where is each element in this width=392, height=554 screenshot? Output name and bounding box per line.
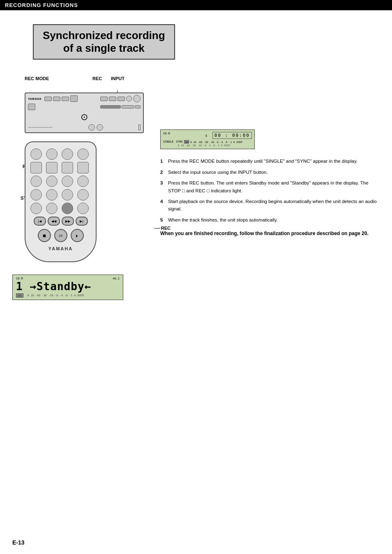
remote-btn-r1c3 <box>62 148 73 160</box>
lcd-bot-right: 44.1 <box>113 277 120 280</box>
panel-btn-3 <box>62 97 69 101</box>
remote-btn-r2c3 <box>62 162 73 173</box>
remote-btn-r2c2 <box>46 162 58 173</box>
remote-btn-r3c3 <box>62 175 73 187</box>
lcd-bot-left: CD-R <box>16 277 23 280</box>
bottom-lcd-wrap: CD-R 44.1 1 →Standby← 00 0 10 -60 -30 -1… <box>12 275 380 300</box>
remote-btn-grid <box>30 148 91 214</box>
panel-circle-1 <box>126 96 132 102</box>
page-number: E-13 <box>12 539 25 546</box>
remote-btn-r2c4 <box>77 162 89 173</box>
remote-btn-r1c1 <box>30 148 42 160</box>
lcd-display-top: CD-R ↕ 00 : 00:00 SINGLE SYNC 00 0 10 -6… <box>160 129 380 149</box>
lcd-top-left: CD-R <box>163 132 170 139</box>
remote-btn-r3c2 <box>46 175 58 187</box>
panel-btn-10 <box>122 105 134 108</box>
step-item: 5When the track finishes, the unit stops… <box>160 216 380 224</box>
remote-nav-ff: ▶▶ <box>62 217 74 226</box>
remote-btn-r4c4 <box>77 189 89 201</box>
remote-btn-r4c2 <box>46 189 58 201</box>
input-label-top: INPUT <box>111 76 125 81</box>
remote-brand: YAMAHA <box>30 246 91 251</box>
lcd-meter-scale: 0 10 -60 -30 -10 -6 -4 -0 -1 0 OVER <box>163 144 252 147</box>
panel-btn-8 <box>28 104 35 110</box>
steps-section: 1Press the REC MODE button repeatedly un… <box>160 157 380 224</box>
step-text: Select the input source using the INPUT … <box>168 169 380 176</box>
top-panel-labels: REC MODE REC INPUT <box>25 76 144 88</box>
title-block: Synchronized recording of a single track <box>33 24 175 60</box>
remote-btn-r4c1 <box>30 189 42 201</box>
panel-btn-2 <box>53 97 60 101</box>
header-title: RECORDING FUNCTIONS <box>5 2 78 8</box>
lcd-timer-icon: ↕ 00 : 00:00 <box>205 132 252 139</box>
remote-btn-r4c3 <box>62 189 73 201</box>
page-title: Synchronized recording of a single track <box>43 29 165 55</box>
panel-circle-2 <box>133 95 141 102</box>
remote-btn-r1c4 <box>77 148 89 160</box>
disc-icon: ⊙ <box>28 112 141 122</box>
step-text: Press the REC MODE button repeatedly unt… <box>168 157 380 165</box>
panel-btn-1 <box>44 97 52 101</box>
panel-btn-9 <box>100 105 121 108</box>
remote-btn-r5c2 <box>46 203 58 214</box>
remote-bottom-row: ⏹ 10 ⏵ <box>30 229 91 242</box>
remote: |◀ ◀◀ ▶▶ ▶| ⏹ 10 ⏵ YAMAHA <box>25 141 97 262</box>
lcd-display-bottom: CD-R 44.1 1 →Standby← 00 0 10 -60 -30 -1… <box>12 275 123 300</box>
remote-nav-rw: ◀◀ <box>48 217 60 226</box>
rec-mode-label-top: REC MODE <box>25 76 49 81</box>
step-item: 4Start playback on the source device. Re… <box>160 198 380 213</box>
panel-btn-4 <box>70 95 78 102</box>
rec-label-top: REC <box>92 76 102 81</box>
step-number: 3 <box>160 179 166 194</box>
steps-list: 1Press the REC MODE button repeatedly un… <box>160 157 380 224</box>
remote-rec-btn: ⏵ <box>71 229 84 242</box>
panel-btn-6 <box>109 97 116 101</box>
remote-nav-row: |◀ ◀◀ ▶▶ ▶| <box>30 217 91 226</box>
finalization-note: When you are finished recording, follow … <box>160 230 380 237</box>
panel-btn-5 <box>100 97 108 101</box>
remote-stop-btn: ⏹ <box>38 229 51 242</box>
panel-circle-4 <box>97 124 103 131</box>
remote-btn-r1c2 <box>46 148 58 160</box>
step-text: Start playback on the source device. Rec… <box>168 198 380 213</box>
remote-nav-next: ▶| <box>76 217 88 226</box>
step-text: Press the REC button. The unit enters St… <box>168 179 380 194</box>
panel-circle-3 <box>88 124 95 131</box>
step-number: 5 <box>160 216 166 224</box>
remote-control-wrap: REC MODE STOP □ REC <box>25 141 152 262</box>
remote-btn-r2c1 <box>30 162 42 173</box>
front-panel: YAMAHA <box>25 92 152 133</box>
step-item: 3Press the REC button. The unit enters S… <box>160 179 380 194</box>
lcd-bot-meter: 00 0 10 -60 -30 -10 -6 -4 -0 -1 0 OVER <box>16 293 120 298</box>
remote-play-btn: 10 <box>54 229 67 242</box>
panel-btn-7 <box>118 97 125 101</box>
right-col: CD-R ↕ 00 : 00:00 SINGLE SYNC 00 0 10 -6… <box>160 72 380 237</box>
remote-btn-r3c1 <box>30 175 42 187</box>
remote-nav-prev: |◀ <box>34 217 46 226</box>
step-number: 1 <box>160 157 166 165</box>
panel-btn-11 <box>135 105 141 108</box>
step-item: 2Select the input source using the INPUT… <box>160 169 380 176</box>
remote-btn-r5c3 <box>62 203 73 214</box>
step-number: 4 <box>160 198 166 213</box>
remote-btn-r3c4 <box>77 175 89 187</box>
step-number: 2 <box>160 169 166 176</box>
remote-btn-r5c1 <box>30 203 42 214</box>
yamaha-logo-panel: YAMAHA <box>28 97 42 100</box>
lcd-mode-row: SINGLE SYNC 00 0 10 -60 -30 -10 -6 -4 -0… <box>163 140 252 143</box>
step-item: 1Press the REC MODE button repeatedly un… <box>160 157 380 165</box>
lcd-bot-big: 1 →Standby← <box>16 280 120 293</box>
rec-label-remote: REC <box>154 226 171 231</box>
page-header: RECORDING FUNCTIONS <box>0 0 392 10</box>
step-text: When the track finishes, the unit stops … <box>168 216 380 224</box>
remote-btn-r5c4 <box>77 203 89 214</box>
